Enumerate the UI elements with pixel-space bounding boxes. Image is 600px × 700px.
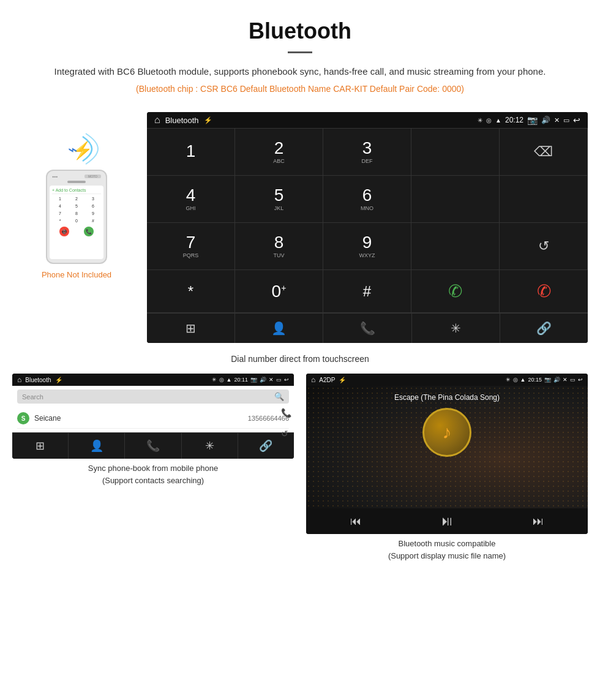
bluetooth-status-icon: ✳ xyxy=(478,117,482,124)
home-icon[interactable]: ⌂ xyxy=(154,115,160,126)
pb-volume-icon[interactable]: 🔊 xyxy=(260,377,266,383)
music-time: 20:15 xyxy=(528,377,542,383)
pb-back-icon[interactable]: ↩ xyxy=(284,377,289,383)
music-content-area: Escape (The Pina Colada Song) ♪ xyxy=(306,386,588,508)
music-status-bar: ⌂ A2DP ⚡ ✳ ◎ ▲ 20:15 📷 🔊 ✕ ▭ ↩ xyxy=(306,374,588,386)
pb-nav-phone[interactable]: 📞 xyxy=(125,433,181,459)
search-icon[interactable]: 🔍 xyxy=(274,392,284,401)
side-phone-icon[interactable]: 📞 xyxy=(281,408,291,418)
phone-mockup: ●●● MOTO + Add to Contacts 123 456 789 *… xyxy=(46,170,107,264)
phonebook-caption: Sync phone-book from mobile phone (Suppo… xyxy=(12,459,294,489)
dial-key-star[interactable]: * xyxy=(147,270,235,313)
dial-key-3[interactable]: 3 DEF xyxy=(323,129,411,176)
bottom-nav-phone[interactable]: 📞 xyxy=(323,314,411,343)
signal-icon: ▲ xyxy=(495,117,501,124)
pb-nav-contacts[interactable]: 👤 xyxy=(69,433,125,459)
pb-bluetooth-icon: ✳ xyxy=(212,377,217,383)
volume-icon[interactable]: 🔊 xyxy=(541,116,550,124)
dial-key-5[interactable]: 5 JKL xyxy=(235,176,323,223)
music-screen-title: A2DP xyxy=(319,377,335,383)
music-screen-mockup: ⌂ A2DP ⚡ ✳ ◎ ▲ 20:15 📷 🔊 ✕ ▭ ↩ xyxy=(306,374,588,534)
camera-icon[interactable]: 📷 xyxy=(527,115,538,125)
dial-caption: Dial number direct from touchscreen xyxy=(0,349,600,374)
contact-avatar: S xyxy=(17,412,29,424)
phone-not-included-label: Phone Not Included xyxy=(42,270,111,279)
pb-nav-bluetooth[interactable]: ✳ xyxy=(182,433,238,459)
close-icon[interactable]: ✕ xyxy=(554,116,560,124)
pb-time: 20:11 xyxy=(234,377,248,383)
pb-usb-icon: ⚡ xyxy=(55,377,62,383)
page-header: Bluetooth Integrated with BC6 Bluetooth … xyxy=(0,0,600,112)
pb-signal-icon: ▲ xyxy=(227,377,232,383)
dial-grid: 1 2 ABC 3 DEF ⌫ 4 GHI xyxy=(147,128,588,313)
contact-row[interactable]: S Seicane 13566664466 xyxy=(17,408,289,429)
dial-empty-2 xyxy=(500,176,588,223)
side-refresh-icon[interactable]: ↺ xyxy=(281,429,291,438)
music-camera-icon[interactable]: 📷 xyxy=(544,377,551,383)
pb-close-icon[interactable]: ✕ xyxy=(269,377,274,383)
dial-key-8[interactable]: 8 TUV xyxy=(235,223,323,270)
music-window-icon[interactable]: ▭ xyxy=(570,377,576,383)
phone-area: ⚡ ⌁ ●●● MOTO + Add to Contacts 123 456 7… xyxy=(12,112,141,279)
pb-home-icon[interactable]: ⌂ xyxy=(17,375,21,384)
dial-call-green[interactable]: ✆ xyxy=(411,270,500,313)
dial-screen-title: Bluetooth xyxy=(165,116,199,125)
next-button[interactable]: ⏭ xyxy=(533,515,544,528)
pb-location-icon: ◎ xyxy=(219,377,224,383)
pb-camera-icon[interactable]: 📷 xyxy=(250,377,257,383)
album-art: ♪ xyxy=(422,408,471,457)
dial-key-1[interactable]: 1 xyxy=(147,129,235,176)
time-display: 20:12 xyxy=(505,116,523,124)
dial-key-7[interactable]: 7 PQRS xyxy=(147,223,235,270)
dial-empty-3 xyxy=(411,223,500,270)
dial-display-area xyxy=(411,129,500,176)
music-volume-icon[interactable]: 🔊 xyxy=(553,377,560,383)
dial-key-6[interactable]: 6 MNO xyxy=(323,176,411,223)
bottom-screens: ⌂ Bluetooth ⚡ ✳ ◎ ▲ 20:11 📷 🔊 ✕ ▭ ↩ xyxy=(0,374,600,564)
music-back-icon[interactable]: ↩ xyxy=(578,377,583,383)
dial-key-4[interactable]: 4 GHI xyxy=(147,176,235,223)
status-right: ✳ ◎ ▲ 20:12 📷 🔊 ✕ ▭ ↩ xyxy=(478,115,580,125)
dial-key-2[interactable]: 2 ABC xyxy=(235,129,323,176)
title-divider xyxy=(288,51,312,53)
music-caption-line2: (Support display music file name) xyxy=(306,550,588,562)
play-pause-button[interactable]: ⏯ xyxy=(440,513,454,529)
dial-key-hash[interactable]: # xyxy=(323,270,411,313)
music-caption-line1: Bluetooth music compatible xyxy=(306,538,588,550)
phone-top-bar: ●●● MOTO xyxy=(50,175,103,178)
search-bar[interactable]: Search 🔍 xyxy=(17,390,289,404)
dial-key-9[interactable]: 9 WXYZ xyxy=(323,223,411,270)
music-bluetooth-icon: ✳ xyxy=(506,377,511,383)
bluetooth-signal-icon: ⚡ ⌁ xyxy=(52,130,101,167)
dial-screen-mockup: ⌂ Bluetooth ⚡ ✳ ◎ ▲ 20:12 📷 🔊 ✕ ▭ ↩ xyxy=(147,112,588,343)
dial-backspace[interactable]: ⌫ xyxy=(500,129,588,176)
dial-key-0[interactable]: 0+ xyxy=(235,270,323,313)
phone-bottom-bar: 📵 📞 xyxy=(52,227,101,236)
dial-empty-1 xyxy=(411,176,500,223)
music-caption: Bluetooth music compatible (Support disp… xyxy=(306,534,588,564)
window-icon[interactable]: ▭ xyxy=(563,116,569,124)
main-section: ⚡ ⌁ ●●● MOTO + Add to Contacts 123 456 7… xyxy=(0,112,600,343)
bottom-nav-link[interactable]: 🔗 xyxy=(500,314,588,343)
prev-button[interactable]: ⏮ xyxy=(350,515,361,528)
bottom-nav-contacts[interactable]: 👤 xyxy=(235,314,323,343)
pb-window-icon[interactable]: ▭ xyxy=(276,377,282,383)
song-title: Escape (The Pina Colada Song) xyxy=(394,393,500,402)
dial-call-red[interactable]: ✆ xyxy=(500,270,588,313)
music-controls: ⏮ ⏯ ⏭ xyxy=(306,508,588,534)
dial-refresh[interactable]: ↺ xyxy=(500,223,588,270)
music-note-icon: ♪ xyxy=(443,422,452,443)
dial-bottom-nav: ⊞ 👤 📞 ✳ 🔗 xyxy=(147,313,588,343)
phonebook-screen-mockup: ⌂ Bluetooth ⚡ ✳ ◎ ▲ 20:11 📷 🔊 ✕ ▭ ↩ xyxy=(12,374,294,459)
bottom-nav-bluetooth[interactable]: ✳ xyxy=(412,314,500,343)
phonebook-content-area: Search 🔍 S Seicane 13566664466 📞 ↺ xyxy=(12,386,294,432)
page-title: Bluetooth xyxy=(37,18,563,44)
music-home-icon[interactable]: ⌂ xyxy=(311,375,315,384)
phone-keypad: 123 456 789 *0# xyxy=(52,195,101,224)
bottom-nav-grid[interactable]: ⊞ xyxy=(147,314,235,343)
phone-screen: + Add to Contacts 123 456 789 *0# 📵 📞 xyxy=(50,186,103,259)
search-placeholder: Search xyxy=(22,393,43,401)
pb-nav-grid[interactable]: ⊞ xyxy=(12,433,69,459)
music-close-icon[interactable]: ✕ xyxy=(563,377,568,383)
back-icon[interactable]: ↩ xyxy=(573,115,580,125)
